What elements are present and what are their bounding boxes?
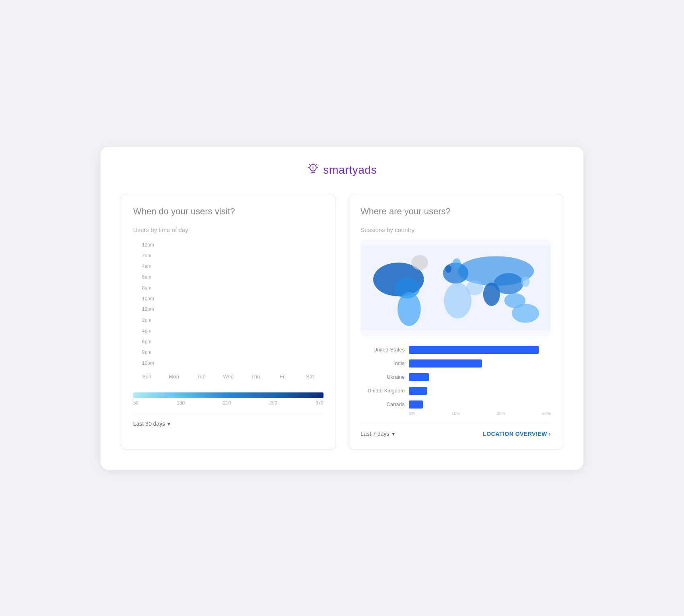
bar-chart-row: India	[361, 359, 551, 368]
legend-gradient	[133, 392, 323, 398]
legend-number: 50	[133, 400, 138, 406]
day-labels: SunMonTueWedThuFriSat	[133, 374, 323, 380]
legend-numbers: 50130210290370	[133, 400, 323, 406]
heatmap-subtitle: Users by time of day	[133, 226, 323, 233]
legend-bar-area	[133, 392, 323, 398]
chevron-down-icon-2: ▾	[392, 431, 395, 437]
bar-outer	[409, 373, 551, 381]
right-section-title: Where are your users?	[361, 206, 551, 217]
map-panel: Where are your users? Sessions by countr…	[348, 194, 563, 450]
bar-axis-label: 10%	[451, 411, 460, 416]
day-label-item: Tue	[187, 374, 215, 380]
legend-number: 210	[223, 400, 231, 406]
time-label-item: 12am	[142, 240, 157, 249]
map-footer: Last 7 days ▾ LOCATION OVERVIEW ›	[361, 424, 551, 437]
chevron-down-icon: ▾	[167, 421, 170, 427]
time-label-item: 6pm	[142, 337, 157, 346]
bar-outer	[409, 346, 551, 354]
time-label-item: 12pm	[142, 305, 157, 314]
time-label-item: 10am	[142, 294, 157, 303]
bar-chart-axis: 0%10%20%30%	[409, 411, 551, 416]
heatmap-date-dropdown[interactable]: Last 30 days ▾	[133, 421, 170, 427]
bar-fill	[409, 387, 427, 395]
bar-outer	[409, 359, 551, 368]
bar-fill	[409, 400, 423, 409]
bar-fill	[409, 359, 482, 368]
world-map-area	[361, 240, 551, 336]
svg-line-5	[309, 164, 310, 165]
heatmap-with-labels: 12am2am4am6am8am10am12pm2pm4pm6pm8pm10pm	[133, 240, 323, 369]
heatmap-grid	[133, 240, 139, 369]
day-label-item: Mon	[161, 374, 188, 380]
time-label-item: 8am	[142, 283, 157, 292]
logo-text: smartyads	[323, 164, 377, 177]
bar-chart-row: Canada	[361, 400, 551, 409]
panels-container: When do your users visit? Users by time …	[121, 194, 563, 450]
svg-point-13	[398, 292, 421, 326]
map-subtitle: Sessions by country	[361, 226, 551, 233]
legend-number: 370	[315, 400, 323, 406]
time-labels: 12am2am4am6am8am10am12pm2pm4pm6pm8pm10pm	[139, 240, 157, 369]
time-label-item: 6am	[142, 273, 157, 281]
bar-outer	[409, 400, 551, 409]
legend-number: 290	[269, 400, 277, 406]
svg-point-20	[512, 304, 539, 322]
day-label-item: Sun	[133, 374, 161, 380]
logo-area: smartyads	[121, 163, 563, 178]
svg-line-6	[316, 164, 317, 165]
world-map-svg	[361, 240, 551, 336]
bar-country-label: United Kingdom	[361, 388, 405, 394]
bar-outer	[409, 387, 551, 395]
bar-country-label: Canada	[361, 401, 405, 407]
bar-chart-row: United Kingdom	[361, 387, 551, 395]
map-date-dropdown[interactable]: Last 7 days ▾	[361, 431, 395, 437]
left-section-title: When do your users visit?	[133, 206, 323, 217]
bar-fill	[409, 346, 539, 354]
svg-point-23	[453, 258, 461, 269]
legend-number: 130	[177, 400, 185, 406]
bar-country-label: India	[361, 360, 405, 366]
bar-chart-row: United States	[361, 346, 551, 354]
svg-point-18	[494, 273, 523, 294]
day-label-item: Fri	[269, 374, 297, 380]
time-label-item: 10pm	[142, 359, 157, 368]
bar-axis-label: 20%	[497, 411, 506, 416]
day-label-item: Sat	[296, 374, 323, 380]
bar-country-label: United States	[361, 347, 405, 353]
main-card: smartyads When do your users visit? User…	[101, 147, 583, 470]
heatmap-container: 12am2am4am6am8am10am12pm2pm4pm6pm8pm10pm…	[133, 240, 323, 406]
bar-country-label: Ukraine	[361, 374, 405, 380]
time-label-item: 2pm	[142, 316, 157, 324]
day-label-item: Wed	[215, 374, 242, 380]
time-label-item: 4am	[142, 262, 157, 271]
time-label-item: 2am	[142, 251, 157, 260]
svg-point-21	[521, 276, 529, 287]
chevron-right-icon: ›	[549, 431, 551, 437]
time-label-item: 8pm	[142, 348, 157, 357]
svg-point-12	[411, 255, 428, 270]
svg-point-8	[312, 166, 314, 169]
day-label-item: Thu	[242, 374, 269, 380]
logo-icon	[307, 163, 319, 178]
bar-axis-label: 30%	[542, 411, 551, 416]
heatmap-footer: Last 30 days ▾	[133, 414, 323, 427]
svg-point-24	[466, 280, 483, 295]
bar-fill	[409, 373, 429, 381]
legend-container: 50130210290370	[133, 386, 323, 406]
bar-chart: United StatesIndiaUkraineUnited KingdomC…	[361, 346, 551, 409]
bar-chart-row: Ukraine	[361, 373, 551, 381]
time-label-item: 4pm	[142, 326, 157, 335]
svg-point-22	[445, 265, 451, 273]
location-overview-link[interactable]: LOCATION OVERVIEW ›	[483, 431, 551, 437]
bar-axis-label: 0%	[409, 411, 415, 416]
heatmap-panel: When do your users visit? Users by time …	[121, 194, 336, 450]
